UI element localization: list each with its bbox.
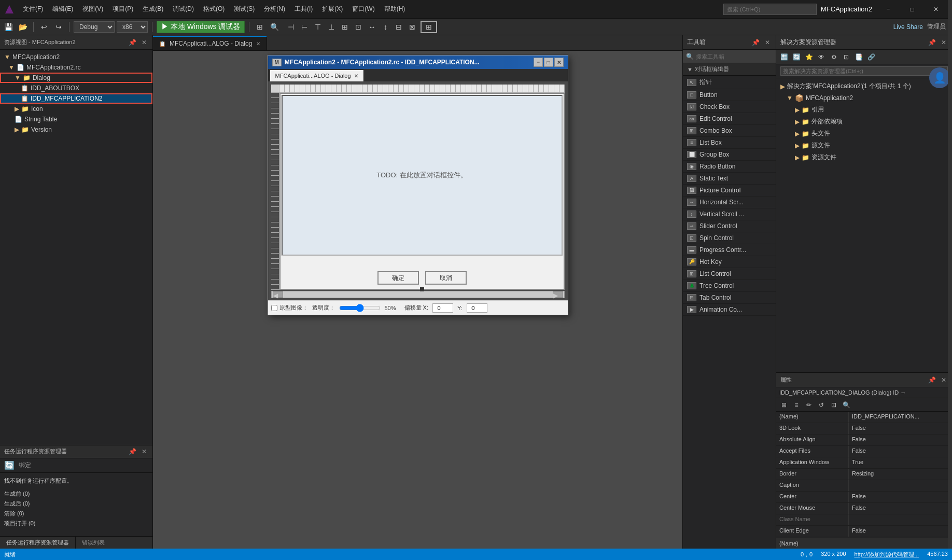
task-postbuild[interactable]: 生成后 (0) [0,499,152,509]
solution-pin-btn[interactable]: 📌 [927,39,937,46]
props-row-3dlook[interactable]: 3D Look False [776,423,952,435]
props-tb-btn1[interactable]: ⊞ [778,399,790,411]
solution-close-btn[interactable]: ✕ [940,39,948,46]
props-close-btn[interactable]: ✕ [940,376,948,384]
menu-help[interactable]: 帮助(H) [380,3,410,16]
toolbox-item-treecontrol[interactable]: 🌲 Tree Control [683,280,776,292]
sol-tree-refs[interactable]: ▶ 📁 引用 [776,104,952,116]
global-search-input[interactable] [723,4,817,15]
same-width-btn[interactable]: ↔ [366,21,378,33]
menu-debug[interactable]: 调试(D) [169,3,198,16]
sol-tree-resources[interactable]: ▶ 📁 资源文件 [776,151,952,163]
props-row-caption[interactable]: Caption [776,480,952,492]
menu-format[interactable]: 格式(O) [199,3,229,16]
props-tb-btn3[interactable]: ✏ [803,399,815,411]
toolbox-search-input[interactable] [696,53,773,60]
debug-config-combo[interactable]: Debug Release [74,21,115,33]
original-image-checkbox[interactable] [271,305,277,311]
toolbar-misc-btn[interactable]: ⊞ [254,21,266,33]
minimize-button[interactable]: － [876,0,900,19]
props-row-border[interactable]: Border Resizing [776,469,952,480]
props-tb-btn6[interactable]: 🔍 [841,399,852,411]
menu-tools[interactable]: 工具(I) [290,3,317,16]
toolbox-section-header[interactable]: ▼ 对话框编辑器 [683,63,776,76]
props-tb-btn4[interactable]: ↺ [816,399,827,411]
sol-tree-solution[interactable]: ▶ 解决方案'MFCApplication2'(1 个项目/共 1 个) [776,80,952,92]
offset-y-input[interactable] [467,303,487,313]
sol-toolbar-btn8[interactable]: 🔗 [865,51,877,63]
sol-toolbar-btn7[interactable]: 📑 [853,51,864,63]
canvas-scrollbar-h[interactable]: ◀ ▶ [271,291,565,298]
tree-root[interactable]: ▼ MFCApplication2 [0,52,152,62]
align-left-btn[interactable]: ⊣ [285,21,297,33]
task-prebuild[interactable]: 生成前 (0) [0,489,152,499]
task-runner-close-btn[interactable]: ✕ [140,448,148,455]
transparency-slider[interactable] [339,304,381,312]
toolbox-item-hscrollbar[interactable]: ↔ Horizontal Scr... [683,197,776,208]
toolbar-save-btn[interactable]: 💾 [2,21,15,33]
toolbox-item-checkbox[interactable]: ☑ Check Box [683,101,776,113]
sol-toolbar-btn6[interactable]: ⊡ [841,51,852,63]
toolbox-item-button[interactable]: □ Button [683,89,776,101]
resource-close-btn[interactable]: ✕ [140,39,148,46]
props-pin-btn[interactable]: 📌 [927,376,937,384]
live-share-label[interactable]: Live Share [893,23,923,31]
toolbox-item-editcontrol[interactable]: ab Edit Control [683,113,776,125]
props-row-appwindow[interactable]: Application Window True [776,457,952,469]
menu-edit[interactable]: 编辑(E) [48,3,77,16]
same-height-btn[interactable]: ↕ [379,21,391,33]
equal-space-h-btn[interactable]: ⊟ [393,21,405,33]
resize-handle[interactable] [420,287,424,291]
toolbar-undo-btn[interactable]: ↩ [38,21,50,33]
tree-item-icon[interactable]: ▶ 📁 Icon [0,104,152,114]
toolbox-item-radiobutton[interactable]: ◉ Radio Button [683,161,776,173]
tree-item-version[interactable]: ▶ 📁 Version [0,124,152,135]
tree-item-dialog[interactable]: ▼ 📁 Dialog [0,73,152,83]
tree-item-idd-mfc[interactable]: 📋 IDD_MFCAPPLICATION2 [0,93,152,104]
menu-project[interactable]: 项目(P) [108,3,137,16]
sol-toolbar-btn4[interactable]: 👁 [816,51,827,63]
props-row-centermouse[interactable]: Center Mouse False [776,503,952,514]
sol-toolbar-btn5[interactable]: ⚙ [828,51,839,63]
props-tb-btn5[interactable]: ⊡ [828,399,839,411]
props-tb-btn2[interactable]: ≡ [791,399,802,411]
platform-combo[interactable]: x86 x64 [117,21,148,33]
menu-extensions[interactable]: 扩展(X) [318,3,347,16]
align-right-btn[interactable]: ⊢ [298,21,311,33]
close-button[interactable]: ✕ [924,0,948,19]
center-v-btn[interactable]: ⊡ [352,21,365,33]
toolbox-close-btn[interactable]: ✕ [763,39,772,46]
task-runner-pin-btn[interactable]: 📌 [127,448,138,455]
toolbox-item-listcontrol[interactable]: ⊞ List Control [683,268,776,280]
scroll-right-btn[interactable]: ▶ [553,291,563,298]
toolbar-open-btn[interactable]: 📂 [17,21,29,33]
props-row-absolutealign[interactable]: Absolute Align False [776,435,952,446]
dialog-cancel-button[interactable]: 取消 [425,271,467,285]
sol-tree-headers[interactable]: ▶ 📁 头文件 [776,128,952,139]
toolbox-pin-btn[interactable]: 📌 [750,39,761,46]
task-tab-runner[interactable]: 任务运行程序资源管理器 [0,537,76,549]
dialog-grid-btn[interactable]: ⊞ [421,21,437,33]
menu-build[interactable]: 生成(B) [138,3,167,16]
toolbox-item-tabcontrol[interactable]: ⊟ Tab Control [683,292,776,304]
toolbox-item-animationcontrol[interactable]: ▶ Animation Co... [683,304,776,316]
dialog-ok-button[interactable]: 确定 [377,271,419,285]
task-projectopen[interactable]: 项目打开 (0) [0,519,152,528]
scroll-left-btn[interactable]: ◀ [273,291,283,298]
menu-file[interactable]: 文件(F) [19,3,47,16]
task-refresh-btn[interactable]: 🔄 [4,460,15,470]
toolbox-item-hotkey[interactable]: 🔑 Hot Key [683,256,776,268]
menu-analyze[interactable]: 分析(N) [260,3,289,16]
align-bottom-btn[interactable]: ⊥ [325,21,338,33]
menu-view[interactable]: 视图(V) [78,3,107,16]
props-scrollbar[interactable] [948,412,952,538]
center-h-btn[interactable]: ⊞ [339,21,351,33]
toolbox-item-groupbox[interactable]: ⬜ Group Box [683,149,776,161]
props-row-classname[interactable]: Class Name [776,514,952,526]
tree-item-aboutbox[interactable]: 📋 IDD_ABOUTBOX [0,83,152,93]
dialog-tab-close[interactable]: ✕ [354,73,358,79]
toolbox-item-combobox[interactable]: ⊞ Combo Box [683,125,776,137]
props-row-acceptfiles[interactable]: Accept Files False [776,446,952,457]
toolbox-item-vscrollbar[interactable]: ↕ Vertical Scroll ... [683,208,776,220]
equal-space-v-btn[interactable]: ⊠ [406,21,418,33]
